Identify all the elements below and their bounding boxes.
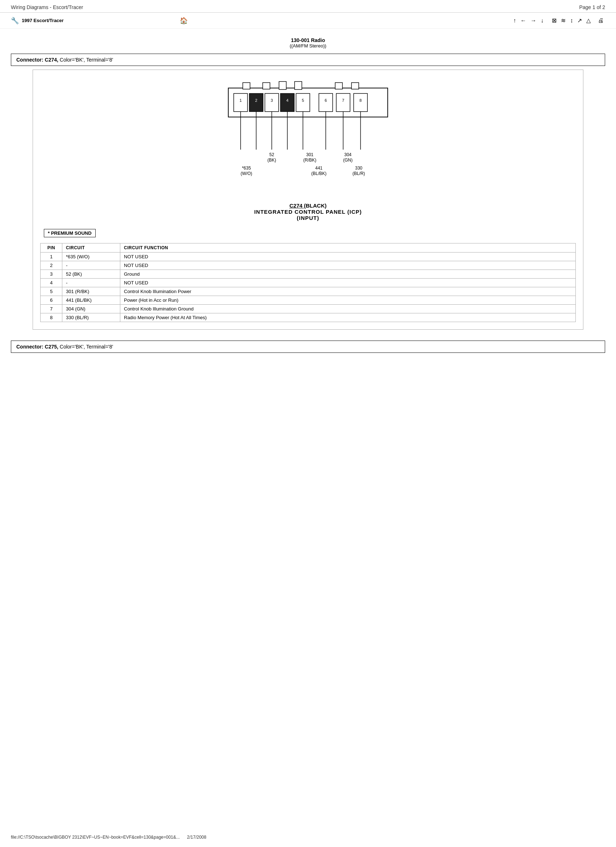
connector-c274-color: Color='BK', Terminal='8' — [60, 57, 113, 63]
diagram-area-c274: 1 2 3 4 5 6 7 — [32, 69, 584, 330]
connector-c275-id: Connector: C275, — [16, 344, 58, 350]
footer-date: 2/17/2008 — [187, 835, 206, 840]
svg-rect-13 — [336, 93, 350, 112]
connector-c275-color: Color='BK', Terminal='8' — [60, 344, 113, 350]
page-title: Wiring Diagrams - Escort/Tracer — [11, 4, 83, 10]
svg-text:2: 2 — [255, 98, 257, 103]
svg-rect-9 — [296, 93, 310, 112]
function-cell: Control Knob Illumination Power — [120, 287, 576, 296]
nav-up-icon[interactable]: ↑ — [512, 17, 517, 25]
table-row: 1 *635 (W/O) NOT USED — [41, 252, 576, 261]
svg-text:(GN): (GN) — [343, 158, 353, 163]
pin-cell: 6 — [41, 296, 62, 305]
pin-cell: 7 — [41, 305, 62, 313]
connector-svg: 1 2 3 4 5 6 7 — [40, 77, 576, 193]
toolbar-logo: 🔧 1997 Escort/Tracer — [11, 17, 64, 25]
svg-text:(R/BK): (R/BK) — [303, 158, 316, 163]
svg-text:6: 6 — [325, 98, 327, 103]
doc-sub-title: ((AM/FM Stereo)) — [11, 43, 605, 49]
function-cell: NOT USED — [120, 252, 576, 261]
vehicle-label: 1997 Escort/Tracer — [22, 18, 64, 23]
svg-text:52: 52 — [269, 152, 274, 157]
function-cell: NOT USED — [120, 279, 576, 287]
diagram-input-label: (INPUT) — [254, 215, 362, 221]
svg-text:3: 3 — [271, 98, 273, 103]
table-row: 7 304 (GN) Control Knob Illumination Gro… — [41, 305, 576, 313]
pin-cell: 2 — [41, 261, 62, 270]
circuit-cell: - — [62, 261, 120, 270]
svg-rect-18 — [263, 83, 270, 89]
circuit-cell: 330 (BL/R) — [62, 313, 120, 322]
function-cell: Control Knob Illumination Ground — [120, 305, 576, 313]
svg-text:8: 8 — [359, 98, 362, 103]
function-cell: NOT USED — [120, 261, 576, 270]
print-icon[interactable]: 🖨 — [597, 17, 605, 25]
svg-text:*635: *635 — [242, 165, 251, 171]
circuit-cell: - — [62, 279, 120, 287]
premium-badge: * PREMIUM SOUND — [44, 229, 96, 237]
table-header-pin: PIN — [41, 243, 62, 252]
svg-rect-1 — [234, 93, 248, 112]
svg-text:(BL/R): (BL/R) — [353, 171, 365, 176]
circuit-cell: *635 (W/O) — [62, 252, 120, 261]
svg-rect-11 — [319, 93, 332, 112]
home-icon[interactable]: 🏠 — [180, 17, 188, 25]
pin-cell: 1 — [41, 252, 62, 261]
svg-rect-22 — [352, 83, 359, 89]
svg-text:330: 330 — [355, 165, 362, 171]
connector-c274-id: Connector: C274, — [16, 57, 58, 63]
list-icon[interactable]: ≋ — [560, 16, 567, 25]
svg-text:1: 1 — [239, 98, 242, 103]
logo-icon: 🔧 — [11, 17, 19, 25]
diagram-connector-name: C274 (BLACK) — [254, 202, 362, 209]
svg-text:5: 5 — [302, 98, 304, 103]
svg-rect-20 — [295, 81, 302, 90]
diagram-title: C274 (BLACK) INTEGRATED CONTROL PANEL (I… — [254, 202, 362, 221]
nav-down-icon[interactable]: ↓ — [539, 17, 545, 25]
pin-cell: 8 — [41, 313, 62, 322]
svg-text:(BL/BK): (BL/BK) — [311, 171, 326, 176]
circuit-cell: 441 (BL/BK) — [62, 296, 120, 305]
svg-rect-3 — [249, 93, 263, 112]
pin-cell: 4 — [41, 279, 62, 287]
triangle-icon[interactable]: △ — [585, 16, 592, 25]
svg-rect-19 — [279, 81, 286, 90]
svg-rect-5 — [265, 93, 279, 112]
table-row: 8 330 (BL/R) Radio Memory Power (Hot At … — [41, 313, 576, 322]
footer-url-text: file://C:\TSO\tsocache\BIGBOY 2312\EVF~U… — [11, 835, 180, 840]
svg-rect-7 — [281, 93, 294, 112]
svg-text:7: 7 — [342, 98, 344, 103]
circuit-cell: 301 (R/BK) — [62, 287, 120, 296]
toolbar: 🔧 1997 Escort/Tracer 🏠 ↑ ← → ↓ ⊠ ≋ ↕ ↗ △… — [0, 13, 616, 29]
pin-cell: 5 — [41, 287, 62, 296]
function-cell: Ground — [120, 270, 576, 279]
table-row: 4 - NOT USED — [41, 279, 576, 287]
search-icon[interactable]: ⊠ — [550, 16, 558, 25]
function-cell: Radio Memory Power (Hot At All Times) — [120, 313, 576, 322]
page-header: Wiring Diagrams - Escort/Tracer Page 1 o… — [0, 0, 616, 13]
svg-text:441: 441 — [315, 165, 322, 171]
diagram-panel-name: INTEGRATED CONTROL PANEL (ICP) — [254, 209, 362, 215]
svg-rect-21 — [335, 83, 343, 89]
svg-text:304: 304 — [344, 152, 352, 157]
nav-diagonal-icon[interactable]: ↗ — [576, 16, 584, 25]
connector-c275-header: Connector: C275, Color='BK', Terminal='8… — [11, 341, 605, 353]
connector-diagram-svg: 1 2 3 4 5 6 7 — [207, 77, 409, 193]
svg-text:4: 4 — [286, 98, 288, 103]
nav-right-icon[interactable]: → — [529, 17, 538, 25]
pin-cell: 3 — [41, 270, 62, 279]
sort-icon[interactable]: ↕ — [569, 17, 574, 25]
svg-text:(W/O): (W/O) — [241, 171, 252, 176]
doc-title: 130-001 Radio ((AM/FM Stereo)) — [11, 37, 605, 49]
connector-c274-header: Connector: C274, Color='BK', Terminal='8… — [11, 54, 605, 66]
content-area: 130-001 Radio ((AM/FM Stereo)) Connector… — [0, 29, 616, 360]
circuit-cell: 52 (BK) — [62, 270, 120, 279]
svg-rect-17 — [243, 83, 250, 89]
nav-left-icon[interactable]: ← — [519, 17, 527, 25]
svg-rect-15 — [354, 93, 368, 112]
doc-main-title: 130-001 Radio — [11, 37, 605, 43]
table-header-function: CIRCUIT FUNCTION — [120, 243, 576, 252]
table-row: 3 52 (BK) Ground — [41, 270, 576, 279]
table-row: 2 - NOT USED — [41, 261, 576, 270]
table-row: 5 301 (R/BK) Control Knob Illumination P… — [41, 287, 576, 296]
